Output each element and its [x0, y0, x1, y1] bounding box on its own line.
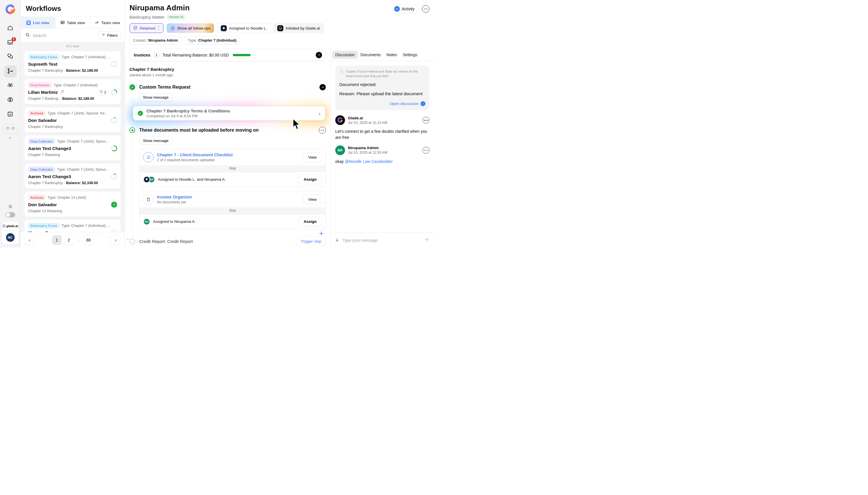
tasks-view-icon — [95, 20, 99, 25]
send-icon[interactable] — [424, 237, 429, 244]
progress-ring — [111, 173, 117, 180]
type-chip[interactable]: Type: Chapter 7 (Individual) — [184, 36, 240, 45]
progress-ring — [111, 117, 117, 123]
sort-chevrons-icon: ⌃⌄ — [158, 27, 160, 30]
user-avatar[interactable]: NC — [6, 233, 15, 242]
glade-mini-logo-icon — [2, 224, 6, 228]
card-type: Type: Chapter 7 (Individual), ... — [62, 55, 111, 59]
message-composer: + — [331, 233, 434, 248]
tab-notes[interactable]: Notes — [387, 52, 397, 57]
discussion-panel: Discussion Documents Notes Settings Copi… — [330, 49, 434, 248]
notice-line2: Reason: Please upload the latest documen… — [339, 91, 425, 97]
collapse-step-icon[interactable] — [320, 84, 326, 90]
terms-title: Chapter 7 Bankruptcy Terms & Conditions — [146, 109, 230, 113]
show-message-button[interactable]: Show message — [139, 137, 172, 145]
tab-list-view[interactable]: List view — [21, 17, 55, 29]
skip-button[interactable]: Skip — [140, 165, 326, 172]
page-title: Workflows — [21, 0, 125, 17]
sidebar-item-calendar[interactable] — [4, 108, 17, 120]
sidebar-item-home[interactable] — [4, 22, 17, 34]
sidebar-item-billing[interactable] — [4, 94, 17, 106]
view-button[interactable]: View — [303, 153, 322, 162]
sidebar-expand-chevron-icon[interactable]: ▾ — [10, 136, 11, 140]
document-icon — [339, 69, 344, 75]
card-type: Type: Chapter 7 (Joint), Spous... — [57, 168, 109, 171]
assign-button[interactable]: Assign — [298, 175, 322, 184]
prev-page-button[interactable]: ‹ — [25, 235, 34, 245]
message-options-icon[interactable] — [423, 147, 429, 154]
workflow-card[interactable]: Data Collection Type: Chapter 7 (Joint),… — [24, 163, 121, 189]
home-icon — [7, 25, 14, 32]
assign-button[interactable]: Assign — [298, 217, 322, 226]
pagination-ellipsis: ... — [76, 238, 81, 242]
message-input[interactable] — [342, 238, 420, 243]
message-author: Glade.ai — [348, 116, 387, 120]
invoices-count-badge: 1 — [153, 52, 160, 58]
message-options-icon[interactable] — [423, 117, 429, 124]
show-follow-ups-chip[interactable]: Show all follow-ups — [166, 23, 214, 33]
workflow-card[interactable]: Archived Type: Chapter 7 (Joint), Spouse… — [24, 107, 121, 133]
workflow-card[interactable]: Bankruptcy Forms Type: Chapter 7 (Indivi… — [24, 51, 121, 76]
card-subtitle: Chapter 7 Retaining — [28, 153, 117, 157]
add-step-icon[interactable]: + — [319, 229, 324, 238]
assignee-avatars: NA — [143, 218, 150, 225]
sidebar-item-workflows[interactable] — [4, 65, 17, 78]
sidebar-item-inbox[interactable]: 2 — [4, 37, 17, 49]
document-dashed-icon — [143, 194, 153, 204]
calendar-icon — [7, 111, 14, 118]
assignee-avatars: NA — [143, 176, 155, 183]
workflow-card[interactable]: Data Collection Type: Chapter 7 (Joint),… — [24, 135, 121, 161]
step-options-icon[interactable] — [319, 127, 326, 134]
sidebar-item-chats[interactable] — [4, 51, 17, 63]
tab-documents[interactable]: Documents — [361, 52, 381, 57]
page-88-button[interactable]: 88 — [83, 235, 93, 245]
theme-sun-icon[interactable] — [8, 204, 13, 210]
glade-chip-icon — [277, 25, 283, 31]
attach-plus-icon[interactable]: + — [335, 237, 339, 244]
assigned-chip[interactable]: Assigned to Noodle L. — [217, 23, 271, 33]
activity-button[interactable]: Activity — [392, 4, 419, 13]
tab-tasks-view[interactable]: Tasks view — [90, 17, 125, 29]
open-discussion-link[interactable]: Open discussion › — [339, 101, 425, 106]
contact-chip[interactable]: Contact: Nirupama Admin — [129, 36, 181, 45]
plugins-group[interactable] — [3, 124, 17, 134]
step-complete-icon: ✓ — [129, 84, 135, 90]
stage-badge: Data Collection — [28, 167, 55, 172]
team-icon — [7, 82, 14, 90]
doc-card-title[interactable]: Income Organizer — [157, 195, 192, 199]
theme-toggle[interactable] — [5, 212, 15, 217]
next-page-button[interactable]: › — [111, 235, 120, 245]
tab-table-view[interactable]: Table view — [55, 17, 90, 29]
tab-discussion[interactable]: Discussion — [332, 51, 358, 59]
doc-checklist-card: Chapter 7 - Client Document Checklist 2 … — [139, 149, 326, 187]
message-time: Jul 10, 2025 at 11:23 AM — [348, 121, 387, 125]
search-input[interactable] — [33, 33, 96, 38]
case-header: Nirupama Admin Bankruptcy Matter Version… — [125, 0, 434, 49]
card-title: Lilian Martiniz — [28, 90, 58, 95]
invoices-expand-chevron-icon[interactable] — [316, 52, 322, 58]
page-1-button[interactable]: 1 — [52, 235, 62, 245]
workflow-card[interactable]: Final Review Type: Chapter 7 (Individual… — [24, 79, 121, 105]
workflow-card[interactable]: Bankruptcy Forms Type: Chapter 7 (Indivi… — [24, 219, 121, 232]
comments-pill[interactable]: 2 — [97, 89, 109, 95]
more-options-icon[interactable] — [422, 5, 429, 13]
page-2-button[interactable]: 2 — [64, 235, 74, 245]
mention-link[interactable]: @Noodle Law Casebuilder — [345, 159, 393, 164]
workflow-detail: Invoices 1 Total Remaining Balance: $0.0… — [125, 49, 330, 248]
chats-icon — [7, 53, 14, 61]
view-button[interactable]: View — [303, 195, 322, 204]
workflow-card[interactable]: Archived Type: Chapter 13 (Joint) Don Sa… — [24, 191, 121, 217]
retained-chip[interactable]: Retained ⌃⌄ — [129, 23, 164, 33]
invoices-bar[interactable]: Invoices 1 Total Remaining Balance: $0.0… — [129, 49, 326, 61]
card-type: Type: Chapter 7 (Joint), Spous... — [57, 139, 109, 143]
skip-button[interactable]: Skip — [140, 207, 326, 214]
sidebar-item-team[interactable] — [4, 80, 17, 92]
initiated-chip[interactable]: Initiated by Glade.ai — [274, 23, 324, 33]
doc-card-title[interactable]: Chapter 7 - Client Document Checklist — [157, 153, 232, 157]
filters-button[interactable]: Filters — [98, 31, 121, 39]
check-circle-icon — [133, 25, 137, 31]
noodle-bot-icon — [221, 25, 227, 31]
glade-logo-icon — [5, 4, 16, 15]
rejection-notice: Copies of your Federal and State tax ret… — [335, 66, 429, 110]
tab-settings[interactable]: Settings — [403, 52, 417, 57]
